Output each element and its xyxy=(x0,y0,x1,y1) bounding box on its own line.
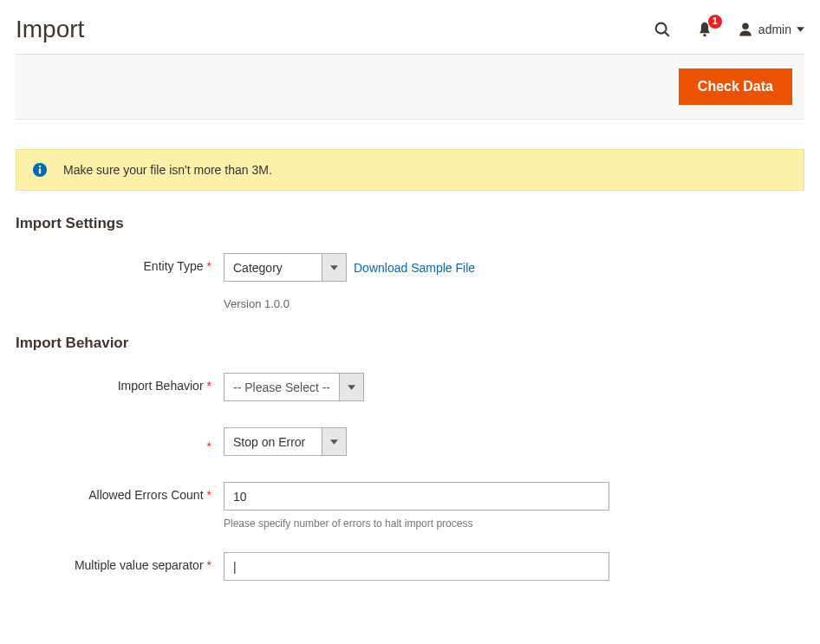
info-icon xyxy=(32,162,48,178)
action-bar: Check Data xyxy=(16,54,804,120)
chevron-down-icon xyxy=(322,428,346,455)
chevron-down-icon xyxy=(322,254,346,281)
required-mark: * xyxy=(207,439,212,453)
import-behavior-label: Import Behavior xyxy=(118,379,204,393)
info-notice: Make sure your file isn't more than 3M. xyxy=(16,149,804,191)
svg-point-0 xyxy=(656,23,667,34)
multi-separator-label: Multiple value separator xyxy=(75,558,204,572)
svg-point-3 xyxy=(742,23,749,30)
required-mark: * xyxy=(207,488,212,502)
section-import-behavior-title: Import Behavior xyxy=(16,335,804,352)
svg-point-5 xyxy=(39,166,42,168)
import-behavior-value: -- Please Select -- xyxy=(225,374,339,400)
check-data-button[interactable]: Check Data xyxy=(679,68,792,105)
allowed-errors-input[interactable] xyxy=(224,482,609,511)
svg-line-1 xyxy=(665,32,669,36)
entity-type-label: Entity Type xyxy=(144,259,204,273)
entity-type-value: Category xyxy=(225,254,322,281)
download-sample-link[interactable]: Download Sample File xyxy=(354,261,475,275)
section-import-settings-title: Import Settings xyxy=(16,215,804,232)
required-mark: * xyxy=(207,379,212,393)
svg-point-2 xyxy=(703,34,706,36)
required-mark: * xyxy=(207,558,212,572)
notification-icon[interactable]: 1 xyxy=(696,20,713,39)
allowed-errors-label: Allowed Errors Count xyxy=(88,488,203,502)
user-label: admin xyxy=(758,23,791,36)
page-title: Import xyxy=(16,16,84,43)
on-error-value: Stop on Error xyxy=(225,428,322,455)
entity-type-select[interactable]: Category xyxy=(224,253,347,282)
on-error-select[interactable]: Stop on Error xyxy=(224,427,347,456)
version-text: Version 1.0.0 xyxy=(224,297,804,310)
chevron-down-icon xyxy=(339,374,363,400)
user-icon xyxy=(738,21,753,38)
required-mark: * xyxy=(207,259,212,273)
allowed-errors-note: Please specify number of errors to halt … xyxy=(224,517,804,530)
notice-message: Make sure your file isn't more than 3M. xyxy=(63,163,272,177)
search-icon[interactable] xyxy=(653,20,672,39)
multi-separator-input[interactable] xyxy=(224,552,609,581)
user-menu[interactable]: admin xyxy=(738,21,804,38)
import-behavior-select[interactable]: -- Please Select -- xyxy=(224,373,364,401)
notification-badge: 1 xyxy=(708,15,722,29)
svg-rect-6 xyxy=(39,168,41,173)
chevron-down-icon xyxy=(797,27,804,32)
